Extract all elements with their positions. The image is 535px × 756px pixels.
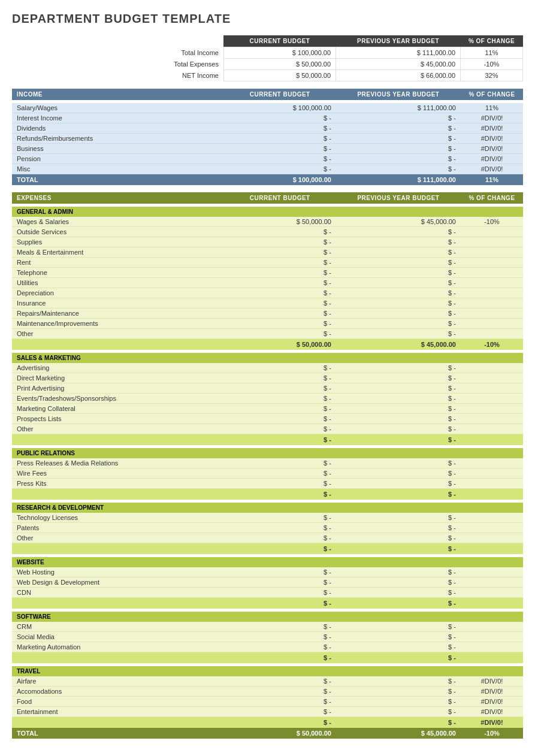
expenses-total-row: TOTAL $ 50,000.00 $ 45,000.00 -10% (12, 728, 523, 739)
expenses-row-label: Outside Services (12, 227, 224, 237)
expenses-row: Web Hosting $ - $ - (12, 567, 523, 577)
expenses-row: Social Media $ - $ - (12, 632, 523, 642)
expenses-row-label: Rent (12, 258, 224, 268)
expenses-row-previous: $ - (336, 268, 461, 278)
expenses-row-current: $ - (224, 227, 336, 237)
income-row: Business $ - $ - #DIV/0! (12, 144, 523, 154)
expenses-row: Supplies $ - $ - (12, 237, 523, 247)
income-row-current: $ - (224, 134, 336, 144)
expenses-row-change (461, 567, 523, 577)
income-label: INCOME (12, 89, 224, 100)
expenses-row-label: Other (12, 533, 224, 543)
expenses-subtotal-row: $ - $ - (12, 489, 523, 500)
expenses-row: Airfare $ - $ - #DIV/0! (12, 676, 523, 687)
expenses-row: Events/Tradeshows/Sponsorships $ - $ - (12, 394, 523, 404)
expenses-row-label: Print Advertising (12, 383, 224, 394)
expenses-row-current: $ - (224, 298, 336, 309)
expenses-row-current: $ - (224, 424, 336, 434)
expenses-row-current: $ - (224, 707, 336, 717)
income-row-current: $ - (224, 123, 336, 134)
income-row-change: #DIV/0! (461, 123, 523, 134)
expenses-category-name: GENERAL & ADMIN (12, 207, 523, 217)
expenses-row-change (461, 588, 523, 598)
income-row: Dividends $ - $ - #DIV/0! (12, 123, 523, 134)
summary-row: Total Expenses $ 50,000.00 $ 45,000.00 -… (12, 59, 523, 70)
expenses-row-previous: $ - (336, 298, 461, 309)
expenses-row-current: $ - (224, 697, 336, 707)
expenses-row-label: Meals & Entertainment (12, 247, 224, 258)
expenses-row: CDN $ - $ - (12, 588, 523, 598)
income-row-change: #DIV/0! (461, 134, 523, 144)
expenses-row-current: $ - (224, 237, 336, 247)
income-row-previous: $ - (336, 164, 461, 174)
expenses-row-current: $ - (224, 533, 336, 543)
expenses-subtotal-row: $ - $ - #DIV/0! (12, 717, 523, 728)
expenses-row: Direct Marketing $ - $ - (12, 373, 523, 383)
income-row-previous: $ 111,000.00 (336, 103, 461, 113)
expenses-category-header: SOFTWARE (12, 612, 523, 622)
expenses-subtotal-current: $ - (224, 717, 336, 728)
expenses-row-previous: $ - (336, 237, 461, 247)
expenses-row-label: Other (12, 424, 224, 434)
expenses-row-previous: $ - (336, 319, 461, 329)
expenses-row-previous: $ - (336, 227, 461, 237)
income-row-label: Interest Income (12, 113, 224, 123)
expenses-row-current: $ - (224, 278, 336, 288)
expenses-row-change: #DIV/0! (461, 707, 523, 717)
expenses-row-change (461, 622, 523, 632)
expenses-category-header: RESEARCH & DEVELOPMENT (12, 503, 523, 513)
expenses-row-previous: $ - (336, 404, 461, 414)
expenses-row-change (461, 577, 523, 588)
expenses-row-label: Insurance (12, 298, 224, 309)
income-row-previous: $ - (336, 144, 461, 154)
expenses-row-label: Depreciation (12, 288, 224, 298)
income-row-change: #DIV/0! (461, 164, 523, 174)
expenses-row: Advertising $ - $ - (12, 363, 523, 373)
expenses-total-current: $ 50,000.00 (224, 728, 336, 739)
expenses-row: Press Releases & Media Relations $ - $ - (12, 458, 523, 468)
expenses-row-current: $ - (224, 523, 336, 533)
expenses-total-change: -10% (461, 728, 523, 739)
summary-row-previous: $ 111,000.00 (336, 47, 461, 59)
summary-row-previous: $ 66,000.00 (336, 70, 461, 81)
expenses-row-current: $ - (224, 373, 336, 383)
summary-row: NET Income $ 50,000.00 $ 66,000.00 32% (12, 70, 523, 81)
expenses-row-label: Technology Licenses (12, 513, 224, 523)
expenses-row: Depreciation $ - $ - (12, 288, 523, 298)
expenses-row-change (461, 258, 523, 268)
income-row-current: $ - (224, 164, 336, 174)
income-total-change: 11% (461, 174, 523, 186)
expenses-row-change (461, 383, 523, 394)
expenses-row-change (461, 288, 523, 298)
expenses-row-change (461, 268, 523, 278)
expenses-subtotal-change (461, 598, 523, 609)
expenses-row: CRM $ - $ - (12, 622, 523, 632)
expenses-row-previous: $ - (336, 329, 461, 339)
expenses-row-current: $ - (224, 676, 336, 687)
expenses-row: Prospects Lists $ - $ - (12, 414, 523, 424)
expenses-row-change (461, 373, 523, 383)
summary-col-previous: PREVIOUS YEAR BUDGET (336, 35, 461, 47)
expenses-total-label: TOTAL (12, 728, 224, 739)
expenses-row-change (461, 309, 523, 319)
income-row-change: #DIV/0! (461, 144, 523, 154)
expenses-col-previous: PREVIOUS YEAR BUDGET (336, 192, 461, 204)
expenses-row-current: $ - (224, 309, 336, 319)
expenses-row-label: Entertainment (12, 707, 224, 717)
expenses-category-header: WEBSITE (12, 557, 523, 567)
summary-row-current: $ 100,000.00 (223, 47, 335, 59)
expenses-row-previous: $ - (336, 278, 461, 288)
expenses-row-change (461, 523, 523, 533)
expenses-row-current: $ - (224, 383, 336, 394)
expenses-row-change (461, 394, 523, 404)
expenses-row-previous: $ - (336, 363, 461, 373)
expenses-row-change (461, 363, 523, 373)
expenses-subtotal-current: $ - (224, 598, 336, 609)
expenses-row-current: $ - (224, 414, 336, 424)
summary-row: Total Income $ 100,000.00 $ 111,000.00 1… (12, 47, 523, 59)
expenses-row-label: Social Media (12, 632, 224, 642)
expenses-row-change (461, 632, 523, 642)
expenses-row-previous: $ - (336, 394, 461, 404)
expenses-subtotal-current: $ - (224, 543, 336, 555)
income-row-label: Business (12, 144, 224, 154)
